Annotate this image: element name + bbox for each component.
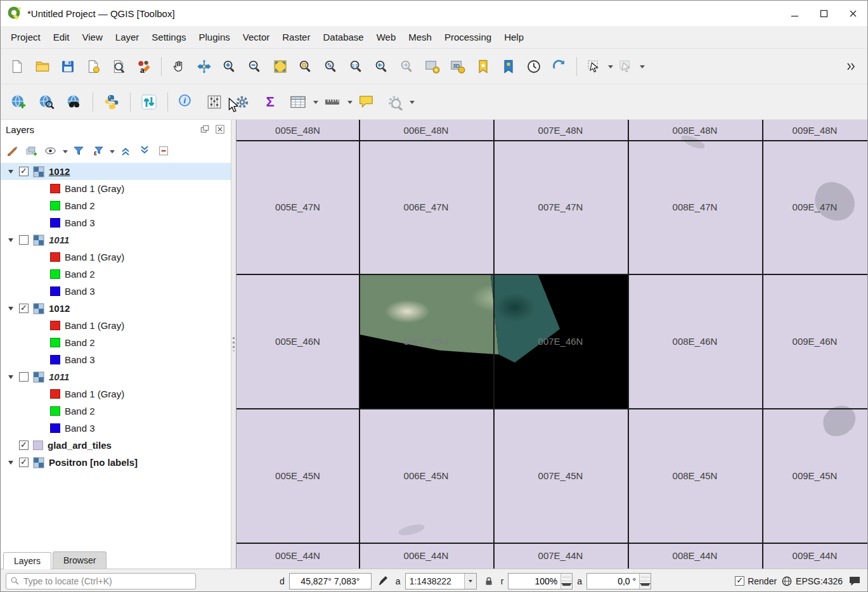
layer-band-row[interactable]: Band 3 bbox=[1, 420, 231, 437]
open-layer-styling-button[interactable] bbox=[4, 143, 21, 159]
show-layout-manager-button[interactable] bbox=[106, 54, 131, 79]
new-print-layout-button[interactable] bbox=[81, 54, 106, 79]
rotation-spinbox[interactable] bbox=[586, 573, 651, 589]
new-project-button[interactable] bbox=[4, 54, 30, 79]
locate-search[interactable] bbox=[6, 573, 196, 589]
layer-name[interactable]: 1012 bbox=[49, 166, 70, 177]
open-project-button[interactable] bbox=[30, 54, 55, 79]
extents-toggle-button[interactable] bbox=[376, 574, 391, 589]
layer-band-row[interactable]: Band 1 (Gray) bbox=[1, 180, 231, 197]
tab-browser[interactable]: Browser bbox=[53, 551, 107, 569]
close-panel-button[interactable] bbox=[214, 124, 226, 135]
processing-search-button[interactable] bbox=[380, 88, 408, 116]
magnifier-input[interactable] bbox=[508, 574, 560, 589]
layer-row[interactable]: glad_ard_tiles bbox=[1, 437, 231, 454]
expander-icon[interactable] bbox=[7, 461, 15, 465]
menu-mesh[interactable]: Mesh bbox=[402, 29, 438, 46]
layer-checkbox[interactable] bbox=[19, 167, 29, 176]
expander-icon[interactable] bbox=[7, 170, 15, 174]
magnifier-down-button[interactable] bbox=[561, 581, 572, 589]
layer-row[interactable]: 1012 bbox=[1, 300, 231, 317]
layer-band-row[interactable]: Band 3 bbox=[1, 283, 231, 300]
menu-help[interactable]: Help bbox=[498, 29, 530, 46]
magnifier-up-button[interactable] bbox=[561, 574, 572, 582]
close-button[interactable] bbox=[838, 1, 867, 26]
menu-raster[interactable]: Raster bbox=[276, 29, 316, 46]
expander-icon[interactable] bbox=[7, 238, 15, 242]
crs-status-button[interactable]: EPSG:4326 bbox=[781, 576, 843, 587]
scale-dropdown-button[interactable] bbox=[464, 574, 476, 589]
toolbar-overflow-button[interactable] bbox=[838, 54, 864, 79]
new-3d-map-view-button[interactable]: 3D bbox=[445, 54, 470, 79]
deselect-features-button[interactable] bbox=[613, 54, 638, 79]
layer-band-row[interactable]: Band 3 bbox=[1, 351, 231, 368]
render-toggle[interactable]: Render bbox=[735, 576, 777, 586]
magnifier-spinbox[interactable] bbox=[508, 573, 573, 589]
filter-by-expression-button[interactable]: ε bbox=[89, 143, 106, 159]
layer-checkbox[interactable] bbox=[19, 458, 29, 467]
processing-search-dropdown-arrow[interactable] bbox=[410, 101, 415, 106]
float-panel-button[interactable] bbox=[199, 124, 211, 135]
zoom-native-button[interactable]: 1:1 bbox=[344, 54, 369, 79]
layer-band-row[interactable]: Band 2 bbox=[1, 197, 231, 214]
remove-layer-button[interactable] bbox=[155, 143, 172, 159]
map-canvas[interactable]: 005E_48N006E_48N007E_48N008E_48N009E_48N… bbox=[236, 120, 867, 569]
measure-button[interactable] bbox=[318, 88, 346, 116]
attribute-table-button[interactable] bbox=[284, 88, 312, 116]
python-console-button[interactable] bbox=[98, 88, 126, 116]
layer-row[interactable]: 1011 bbox=[1, 368, 231, 385]
layer-band-row[interactable]: Band 2 bbox=[1, 402, 231, 420]
layer-name[interactable]: 1012 bbox=[49, 303, 70, 314]
web-globe-add-button[interactable] bbox=[4, 88, 32, 116]
identify-features-button[interactable]: i bbox=[172, 88, 200, 116]
layer-name[interactable]: 1011 bbox=[49, 371, 69, 382]
expander-icon[interactable] bbox=[7, 307, 15, 311]
expand-all-button[interactable] bbox=[117, 143, 134, 159]
tab-layers[interactable]: Layers bbox=[3, 552, 51, 569]
layer-checkbox[interactable] bbox=[19, 235, 29, 245]
deselect-dropdown-arrow[interactable] bbox=[640, 65, 645, 71]
plugin-transfer-button[interactable] bbox=[135, 88, 163, 116]
layer-name[interactable]: glad_ard_tiles bbox=[48, 440, 112, 451]
layer-checkbox[interactable] bbox=[19, 304, 29, 313]
zoom-full-button[interactable] bbox=[268, 54, 293, 79]
save-project-button[interactable] bbox=[55, 54, 81, 79]
menu-plugins[interactable]: Plugins bbox=[193, 29, 236, 46]
menu-layer[interactable]: Layer bbox=[109, 29, 146, 46]
pan-to-selection-button[interactable] bbox=[191, 54, 217, 79]
expression-dropdown-arrow[interactable] bbox=[110, 150, 115, 156]
rotation-input[interactable] bbox=[587, 574, 639, 589]
measure-dropdown-arrow[interactable] bbox=[347, 101, 353, 106]
select-dropdown-arrow[interactable] bbox=[608, 65, 613, 71]
layer-band-row[interactable]: Band 2 bbox=[1, 266, 231, 283]
web-globe-search-button[interactable] bbox=[32, 88, 60, 116]
collapse-all-button[interactable] bbox=[136, 143, 153, 159]
rotation-down-button[interactable] bbox=[640, 581, 651, 589]
zoom-last-button[interactable] bbox=[369, 54, 394, 79]
themes-dropdown-arrow[interactable] bbox=[63, 150, 68, 156]
expander-icon[interactable] bbox=[7, 375, 15, 379]
new-map-view-button[interactable] bbox=[420, 54, 445, 79]
layer-band-row[interactable]: Band 1 (Gray) bbox=[1, 385, 231, 402]
layer-name[interactable]: 1011 bbox=[49, 235, 69, 245]
select-features-button[interactable] bbox=[581, 54, 607, 79]
zoom-out-button[interactable] bbox=[242, 54, 268, 79]
coordinate-input[interactable] bbox=[289, 573, 372, 589]
scale-combobox[interactable]: 1:1438222 bbox=[405, 573, 477, 589]
menu-settings[interactable]: Settings bbox=[145, 29, 192, 46]
menu-view[interactable]: View bbox=[76, 29, 109, 46]
layer-band-row[interactable]: Band 1 (Gray) bbox=[1, 248, 231, 266]
menu-database[interactable]: Database bbox=[316, 29, 370, 46]
style-manager-button[interactable]: a bbox=[131, 54, 157, 79]
temporal-controller-button[interactable] bbox=[521, 54, 547, 79]
pan-map-button[interactable] bbox=[166, 54, 191, 79]
rotation-up-button[interactable] bbox=[640, 574, 651, 582]
layer-checkbox[interactable] bbox=[19, 372, 29, 382]
web-globe-binoculars-button[interactable] bbox=[60, 88, 88, 116]
menu-vector[interactable]: Vector bbox=[236, 29, 276, 46]
refresh-button[interactable] bbox=[547, 54, 572, 79]
layer-row[interactable]: 1012 bbox=[1, 163, 231, 180]
locate-input[interactable] bbox=[23, 576, 191, 586]
add-group-button[interactable] bbox=[23, 143, 40, 159]
minimize-button[interactable] bbox=[780, 1, 809, 26]
